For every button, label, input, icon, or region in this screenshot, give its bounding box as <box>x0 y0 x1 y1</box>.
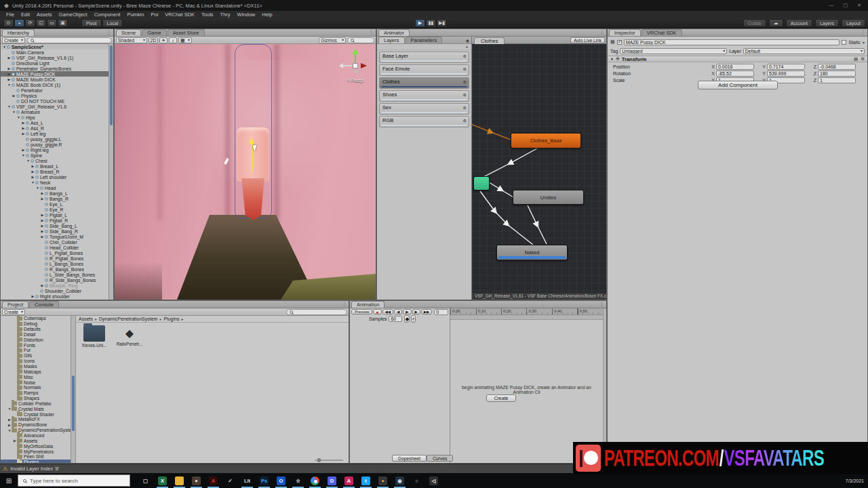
project-folder-plugins[interactable]: Plugins <box>1 460 71 463</box>
menu-vrchat-sdk[interactable]: VRChat SDK <box>161 12 198 18</box>
state-machine-graph[interactable]: Clothes_BaseUndiesNaked <box>472 44 606 293</box>
start-button[interactable]: ⊞ <box>0 477 18 485</box>
cloud-icon[interactable]: ☁ <box>769 19 783 27</box>
expand-arrow-icon[interactable]: ▼ <box>31 180 35 184</box>
menu-edit[interactable]: Edit <box>18 12 33 18</box>
expand-arrow-icon[interactable]: ▶ <box>21 148 26 152</box>
hierarchy-item-right-shoulder[interactable]: ▶Right shoulder <box>1 293 108 299</box>
project-folder-normals[interactable]: Normals <box>1 385 71 390</box>
tab-scene[interactable]: Scene <box>116 29 141 36</box>
animator-layer-face-emote[interactable]: Face Emote⚙ <box>379 64 469 76</box>
expand-arrow-icon[interactable]: ▼ <box>35 186 40 190</box>
project-folder-mypenetrators[interactable]: MyPenetrators <box>1 449 71 454</box>
tab-hierarchy[interactable]: Hierarchy <box>2 29 35 36</box>
illustrator-icon[interactable]: A <box>205 473 222 488</box>
expand-arrow-icon[interactable]: ▶ <box>31 169 35 174</box>
asset-xiexes-unitypackage[interactable]: Xiexes-Uni... <box>80 325 108 348</box>
tab-vrchat-sdk[interactable]: VRChat SDK <box>642 29 682 36</box>
hierarchy-item-penetrator[interactable]: Penetrator <box>1 87 108 93</box>
project-folder-icons[interactable]: Icons <box>1 359 71 364</box>
tab-game[interactable]: Game <box>142 29 166 36</box>
expand-arrow-icon[interactable]: ▶ <box>31 294 35 298</box>
hierarchy-item-side-bang-r[interactable]: ▶Side_Bang_R <box>1 228 108 234</box>
photoshop-icon[interactable]: Ps <box>256 473 273 488</box>
collab-dropdown[interactable]: Collab <box>743 19 766 27</box>
gizmo-center-cube[interactable] <box>353 63 358 68</box>
hierarchy-item-shoulder-collider[interactable]: Shoulder_Collider <box>1 288 108 293</box>
gameobject-name-field[interactable]: MAZE Pussy DICK <box>624 39 840 45</box>
transform-scale-z-field[interactable]: 1 <box>818 77 856 83</box>
tab-asset-store[interactable]: Asset Store <box>167 29 205 36</box>
expand-arrow-icon[interactable]: ▼ <box>26 159 31 163</box>
close-icon[interactable]: ✕ <box>857 3 861 8</box>
hierarchy-item-r-side-bangs-bones[interactable]: R_Side_Bangs_Bones <box>1 277 108 283</box>
menu-help[interactable]: Help <box>258 12 275 18</box>
last-frame-button[interactable]: ▶▶ <box>421 309 432 314</box>
account-dropdown[interactable]: Account <box>786 19 812 27</box>
panel-menu-icon[interactable]: ⋮ <box>369 30 374 35</box>
menu-gameobject[interactable]: GameObject <box>56 12 91 18</box>
hierarchy-item-r-pigtail-bones[interactable]: R_Pigtail_Bones <box>1 256 108 261</box>
hierarchy-item-breast-l[interactable]: ▶Breast_L <box>1 163 108 169</box>
expand-arrow-icon[interactable]: ▼ <box>7 104 12 108</box>
project-folder-debug[interactable]: Debug <box>1 321 71 327</box>
menu-assets[interactable]: Assets <box>33 12 56 18</box>
project-folder-misc[interactable]: Misc <box>1 374 71 380</box>
expand-arrow-icon[interactable]: ▼ <box>7 83 12 87</box>
hierarchy-item-right-leg[interactable]: ▶Right leg <box>1 147 108 152</box>
lit-app-icon[interactable]: Lit <box>239 473 256 488</box>
tab-layers[interactable]: Layers <box>378 37 405 43</box>
transform-component-header[interactable]: ▼ ✥ Transform ▤ ⚙ <box>608 56 867 62</box>
project-folder-matcaps[interactable]: Matcaps <box>1 369 71 374</box>
hierarchy-item-ass-r[interactable]: ▶Ass_R <box>1 125 108 131</box>
gear-icon[interactable]: ⚙ <box>463 54 467 58</box>
layout-dropdown[interactable]: Layout <box>842 19 865 27</box>
expand-arrow-icon[interactable]: ▶ <box>7 66 12 70</box>
hierarchy-item-vsf-girl-release-v1-6[interactable]: ▼VSF_Girl_Release_V1.6 <box>1 104 108 109</box>
hierarchy-item-maze-pussy-dick[interactable]: ▶MAZE Pussy DICK <box>1 71 108 77</box>
project-folder-advanced[interactable]: Advanced <box>1 433 71 439</box>
local-toggle[interactable]: Local <box>102 19 123 27</box>
project-folder-peen-shit[interactable]: Peen Shit <box>1 454 71 460</box>
hierarchy-item-pussy-giggle-l[interactable]: pussy_giggle.L <box>1 136 108 142</box>
tab-animation[interactable]: Animation <box>351 301 384 308</box>
scrollbar-thumb[interactable] <box>110 45 113 125</box>
thumbnail-size-slider[interactable] <box>315 460 343 461</box>
project-folder-cubemaps[interactable]: Cubemaps <box>1 316 71 321</box>
steam-icon[interactable]: ◉ <box>391 473 408 488</box>
expand-arrow-icon[interactable]: ▼ <box>16 115 21 119</box>
chrome-icon[interactable] <box>307 473 323 488</box>
project-folder-distortion[interactable]: Distortion <box>1 337 71 342</box>
record-button[interactable]: ● <box>373 309 381 314</box>
hierarchy-item-vsf-girl-release-v1-6-1[interactable]: ▶VSF_Girl_Release_V1.6 (1) <box>1 55 108 60</box>
taskbar-search-input[interactable]: Type here to search <box>18 474 130 487</box>
expand-arrow-icon[interactable]: ▶ <box>12 94 16 98</box>
preview-toggle[interactable]: Preview <box>351 309 372 314</box>
minimize-icon[interactable]: — <box>829 3 834 8</box>
project-folder-detail[interactable]: Detail <box>1 332 71 338</box>
shading-mode-dropdown[interactable]: Shaded <box>116 37 147 43</box>
blender-icon[interactable]: ● <box>374 473 391 488</box>
foldout-arrow-icon[interactable]: ▼ <box>610 57 614 61</box>
eye-icon[interactable]: ◉ <box>466 38 469 43</box>
rotate-tool[interactable]: ⟳ <box>25 19 35 27</box>
hierarchy-item-hips[interactable]: ▼Hips <box>1 115 108 120</box>
transform-rotation-x-field[interactable]: -85.52 <box>716 70 754 77</box>
discord-icon[interactable]: D <box>323 473 340 488</box>
tab-inspector[interactable]: Inspector <box>609 29 641 36</box>
project-folder-fur[interactable]: Fur <box>1 348 71 353</box>
expand-arrow-icon[interactable]: ▶ <box>40 191 45 195</box>
breadcrumb-plugins[interactable]: Plugins <box>163 317 179 321</box>
hierarchy-item-neck[interactable]: ▼Neck <box>1 180 108 185</box>
next-key-button[interactable]: ▶ <box>412 309 420 314</box>
transform-rotation-y-field[interactable]: 539.999 <box>767 70 805 77</box>
hierarchy-item-head-collider[interactable]: Head_Collider <box>1 245 108 250</box>
timeline-ruler[interactable]: 0:000:100:200:300:400:50 <box>450 308 603 315</box>
hierarchy-item-chin-collider[interactable]: Chin_Collider <box>1 239 108 245</box>
hierarchy-item-head[interactable]: ▼Head <box>1 185 108 190</box>
play-button[interactable]: ▶ <box>403 309 411 314</box>
move-tool[interactable]: + <box>14 19 24 27</box>
project-folder-myorificedata[interactable]: MyOrificeData <box>1 443 71 449</box>
frame-field[interactable]: 0 <box>434 309 448 315</box>
hierarchy-item-bangs-l[interactable]: ▶Bangs_L <box>1 190 108 196</box>
